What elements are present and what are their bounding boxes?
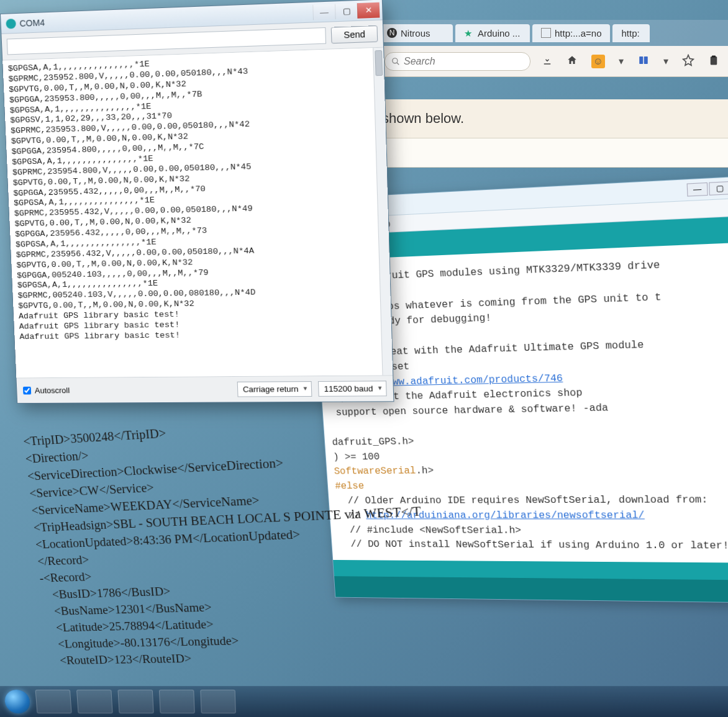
close-button[interactable]: ✕ [357,2,380,18]
search-icon [391,57,400,66]
svg-rect-3 [644,56,648,64]
chevron-down-icon[interactable]: ▾ [619,55,624,67]
baud-select[interactable]: 115200 baud [318,381,387,397]
task-item[interactable] [35,690,72,713]
task-item[interactable] [117,690,153,713]
home-icon[interactable] [566,55,578,68]
browser-tab-nitrous[interactable]: N Nitrous [378,24,453,42]
browser-tab-http-a-no[interactable]: http:...a=no [532,24,610,42]
send-button[interactable]: Send [331,25,378,43]
smiley-icon[interactable]: ☺ [591,55,605,68]
svg-line-1 [397,62,399,65]
autoscroll-label: Autoscroll [35,386,70,395]
browser-tab-label: http:...a=no [555,28,601,38]
maximize-button[interactable]: ▢ [335,3,358,19]
xml-response-text: <TripID>3500248</TripID><Direction/><Ser… [0,406,376,669]
clipboard-icon[interactable] [708,54,719,69]
browser-tab-http[interactable]: http: [612,24,650,42]
page-icon [541,28,551,38]
window-controls: — ▢ ✕ [687,180,728,197]
toolbar-icons: ☺ ▾ ▾ [542,54,719,69]
maximize-button[interactable]: ▢ [709,181,728,196]
chevron-down-icon[interactable]: ▾ [663,55,668,67]
svg-rect-5 [712,55,716,57]
browser-tab-label: Arduino ... [478,28,520,38]
autoscroll-input[interactable] [23,387,31,395]
serial-monitor-window: COM4 — ▢ ✕ Send $GPGSA,A,1,,,,,,,,,,,,,,… [0,0,394,404]
browser-tab-label: http: [621,28,639,38]
browser-tab-arduino[interactable]: ★ Arduino ... [455,24,530,42]
search-input[interactable]: Search [384,52,530,71]
svg-rect-4 [711,56,717,65]
scrollbar-thumb[interactable] [375,50,383,76]
serial-title: COM4 [19,17,45,29]
browser-toolbar: Search ☺ ▾ ▾ [376,46,728,77]
search-placeholder: Search [404,56,435,67]
page-content-strip: shown below. [376,99,728,138]
task-item[interactable] [159,690,195,713]
serial-footer: Autoscroll Carriage return 115200 baud [16,375,393,403]
line-ending-select[interactable]: Carriage return [237,381,312,397]
bookmark-group-icon[interactable] [637,55,650,68]
svg-point-0 [393,58,398,63]
browser-tab-label: Nitrous [401,28,430,38]
autoscroll-checkbox[interactable]: Autoscroll [23,386,70,395]
task-item[interactable] [76,690,113,713]
minimize-button[interactable]: — [312,4,335,20]
nitrous-icon: N [387,28,397,38]
window-controls: — ▢ ✕ [312,2,380,20]
browser-tab-strip: N Nitrous ★ Arduino ... http:...a=no htt… [376,20,728,46]
minimize-button[interactable]: — [687,183,708,197]
arduino-console [334,576,728,603]
page-strip [376,138,728,168]
serial-output[interactable]: $GPGSA,A,1,,,,,,,,,,,,,,,*1E$GPRMC,23595… [2,48,393,378]
task-item[interactable] [200,690,236,713]
start-button[interactable] [4,690,30,713]
arduino-icon [6,19,16,29]
star-icon: ★ [464,28,474,38]
download-icon[interactable] [542,55,553,68]
svg-rect-2 [639,56,643,64]
page-text: shown below. [382,110,464,126]
star-icon[interactable] [682,54,694,69]
windows-taskbar [0,686,728,717]
